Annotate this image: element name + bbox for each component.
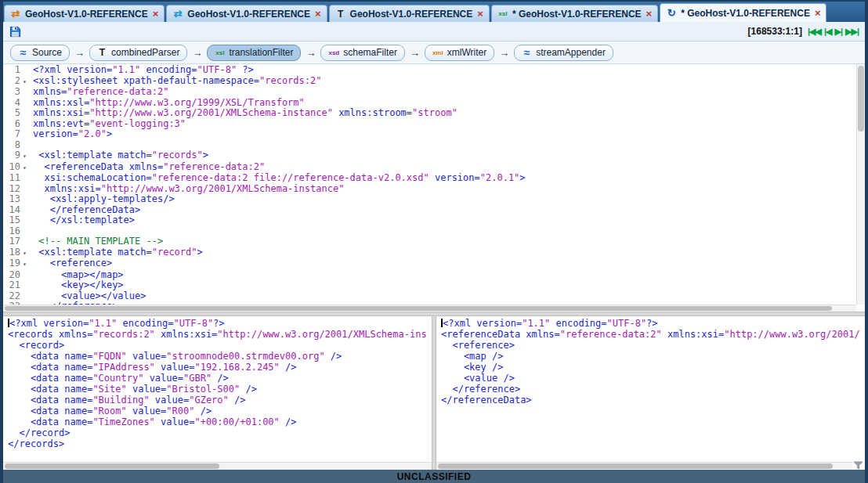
- editor-toolbar: [168533:1:1] |◀◀|◀▶|▶▶|: [3, 22, 865, 41]
- code-line: <records xmlns="records:2" xmlns:xsi="ht…: [5, 329, 427, 340]
- translation-icon: ⇄: [9, 9, 22, 20]
- line-number[interactable]: 22: [3, 291, 30, 302]
- code-line: <key />: [438, 362, 503, 373]
- editor-vertical-scrollbar[interactable]: [856, 64, 865, 305]
- line-number[interactable]: 9▾: [3, 150, 30, 162]
- code-row: <?xml version="1.1" encoding="UTF-8"?>: [5, 318, 432, 329]
- code-line: </referenceData>: [30, 205, 140, 216]
- tab-2[interactable]: ⇄GeoHost-V1.0-REFERENCE×: [166, 5, 327, 22]
- input-pane[interactable]: <?xml version="1.1" encoding="UTF-8"?><r…: [3, 316, 432, 470]
- output-horizontal-scrollbar[interactable]: [436, 462, 852, 470]
- line-number[interactable]: 7: [3, 129, 30, 140]
- line-number[interactable]: 1: [3, 65, 30, 76]
- line-number[interactable]: 2▾: [3, 76, 30, 88]
- close-icon[interactable]: ×: [314, 9, 322, 19]
- line-number[interactable]: 11: [3, 173, 30, 184]
- code-row: <record>: [5, 340, 432, 351]
- pipeline-element-Source[interactable]: ≈Source: [10, 45, 70, 61]
- code-row: 14 </referenceData>: [3, 205, 865, 216]
- line-number[interactable]: 20: [3, 270, 30, 281]
- step-last-button[interactable]: ▶▶|: [845, 26, 859, 37]
- close-icon[interactable]: ×: [152, 9, 160, 19]
- pipeline-arrow-icon: →: [74, 47, 85, 59]
- line-number[interactable]: 18▾: [3, 247, 30, 259]
- code-line: <data name="Room" value="R00" />: [5, 406, 212, 416]
- xslt-editor[interactable]: 1<?xml version="1.1" encoding="UTF-8" ?>…: [3, 64, 865, 312]
- stepping-controls: [168533:1:1] |◀◀|◀▶|▶▶|: [748, 26, 859, 37]
- code-row: </records>: [5, 438, 432, 449]
- line-number[interactable]: 16: [3, 226, 30, 237]
- pipeline-element-streamAppender[interactable]: ≈streamAppender: [514, 45, 613, 61]
- code-row: <value />: [438, 373, 865, 384]
- tab-5[interactable]: ↻* GeoHost-V1.0-REFERENCE×: [660, 3, 826, 22]
- input-code: <?xml version="1.1" encoding="UTF-8"?><r…: [5, 318, 432, 461]
- step-backward-button[interactable]: |◀: [824, 26, 832, 37]
- line-number[interactable]: 8: [3, 140, 30, 151]
- output-code: <?xml version="1.1" encoding="UTF-8"?><r…: [438, 318, 865, 461]
- pipeline-element-xmlWriter[interactable]: xmlxmlWriter: [425, 45, 494, 61]
- line-number[interactable]: 6: [3, 119, 30, 130]
- line-number[interactable]: 4: [3, 98, 30, 109]
- line-number[interactable]: 13: [3, 194, 30, 205]
- line-number[interactable]: 12: [3, 184, 30, 195]
- step-first-button[interactable]: |◀◀: [808, 26, 821, 37]
- pipeline-arrow-icon: →: [306, 47, 316, 59]
- step-forward-button[interactable]: ▶|: [834, 26, 842, 37]
- editor-horizontal-scrollbar[interactable]: [3, 305, 856, 312]
- close-icon[interactable]: ×: [476, 9, 484, 19]
- fold-icon[interactable]: ▾: [20, 248, 29, 259]
- line-number[interactable]: 5: [3, 108, 30, 119]
- code-row: <records xmlns="records:2" xmlns:xsi="ht…: [5, 329, 432, 340]
- scrollbar-thumb[interactable]: [5, 306, 832, 311]
- line-number[interactable]: 19▾: [3, 258, 30, 270]
- line-number[interactable]: 15: [3, 215, 30, 226]
- pipeline-element-combinedParser[interactable]: TcombinedParser: [89, 45, 187, 61]
- line-number[interactable]: 21: [3, 280, 30, 291]
- line-number[interactable]: 14: [3, 205, 30, 216]
- close-icon[interactable]: ×: [814, 9, 822, 18]
- code-line: <referenceData xmlns="reference-data:2": [30, 162, 265, 174]
- line-number[interactable]: 17: [3, 236, 30, 247]
- save-button[interactable]: [9, 26, 21, 38]
- line-number[interactable]: 3: [3, 87, 30, 98]
- line-number[interactable]: 10▾: [3, 162, 30, 174]
- code-line: <value />: [438, 373, 515, 384]
- code-row: 2▾<xsl:stylesheet xpath-default-namespac…: [3, 76, 865, 88]
- scrollbar-thumb[interactable]: [858, 66, 864, 132]
- tab-4[interactable]: xsl* GeoHost-V1.0-REFERENCE×: [491, 5, 658, 22]
- tab-1[interactable]: ⇄GeoHost-V1.0-REFERENCE×: [4, 5, 165, 22]
- code-row: 5xmlns:xsi="http://www.w3.org/2001/XMLSc…: [3, 108, 865, 119]
- tab-bar: ⇄GeoHost-V1.0-REFERENCE×⇄GeoHost-V1.0-RE…: [3, 2, 865, 22]
- code-line: <data name="Building" value="GZero" />: [5, 395, 245, 406]
- fold-icon[interactable]: ▾: [20, 151, 29, 162]
- tab-label: GeoHost-V1.0-REFERENCE: [25, 9, 148, 20]
- code-line: [30, 140, 38, 151]
- code-line: <xsl:apply-templates/>: [30, 194, 175, 205]
- code-row: </referenceData>: [438, 395, 865, 406]
- editor-code: 1<?xml version="1.1" encoding="UTF-8" ?>…: [3, 65, 865, 312]
- scrollbar-thumb[interactable]: [438, 463, 833, 469]
- fold-icon[interactable]: ▾: [20, 77, 29, 88]
- filter-icon[interactable]: [853, 461, 863, 470]
- close-icon[interactable]: ×: [646, 9, 653, 19]
- code-row: <data name="Room" value="R00" />: [5, 406, 432, 416]
- code-row: <data name="Building" value="GZero" />: [5, 395, 432, 406]
- scrollbar-thumb[interactable]: [5, 463, 219, 469]
- code-line: <reference>: [438, 340, 515, 351]
- code-row: <reference>: [438, 340, 865, 351]
- code-line: <!-- MAIN TEMPLATE -->: [30, 236, 163, 247]
- code-line: </record>: [5, 427, 70, 438]
- code-line: xmlns="reference-data:2": [30, 87, 168, 98]
- code-line: <value></value>: [30, 291, 146, 302]
- tab-3[interactable]: TGeoHost-V1.0-REFERENCE×: [329, 5, 490, 22]
- code-row: <data name="Country" value="GBR" />: [5, 373, 432, 384]
- code-line: </referenceData>: [438, 395, 532, 406]
- pipeline-element-translationFilter[interactable]: xsltranslationFilter: [207, 45, 301, 61]
- fold-icon[interactable]: ▾: [20, 163, 29, 174]
- output-pane[interactable]: <?xml version="1.1" encoding="UTF-8"?><r…: [436, 316, 865, 470]
- pipeline-element-schemaFilter[interactable]: xsdschemaFilter: [320, 45, 404, 61]
- code-line: xmlns:xsi="http://www.w3.org/2001/XMLSch…: [30, 184, 344, 195]
- fold-icon[interactable]: ▾: [20, 259, 29, 270]
- input-horizontal-scrollbar[interactable]: [3, 462, 432, 470]
- code-row: 4xmlns:xsl="http://www.w3.org/1999/XSL/T…: [3, 98, 865, 109]
